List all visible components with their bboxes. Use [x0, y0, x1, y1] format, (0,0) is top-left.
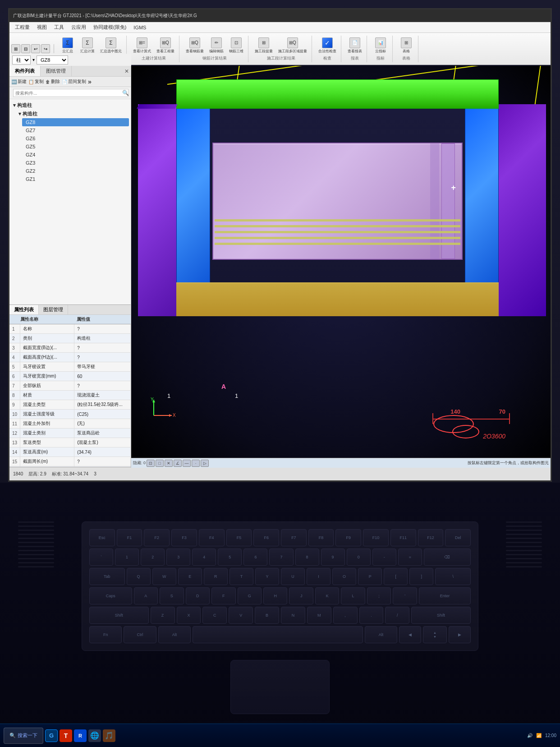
tab-props-list[interactable]: 属性列表 — [9, 305, 39, 314]
key-a[interactable]: A — [134, 587, 158, 604]
key-f4[interactable]: F4 — [199, 529, 225, 546]
key-n[interactable]: N — [281, 607, 305, 624]
btn-shigongduan-duoquyu[interactable]: ⊞Q 施工段多区域提量 — [276, 37, 309, 55]
btn-chakan-jisuanshi[interactable]: ⊞= 查看计算式 — [131, 37, 153, 55]
key-f10[interactable]: F10 — [363, 529, 389, 546]
key-f9[interactable]: F9 — [335, 529, 361, 546]
key-s[interactable]: S — [160, 587, 184, 604]
key-lbracket[interactable]: [ — [384, 568, 408, 585]
key-alt-l[interactable]: Alt — [158, 626, 191, 643]
key-0[interactable]: 0 — [347, 549, 371, 566]
key-p[interactable]: P — [358, 568, 382, 585]
key-w[interactable]: W — [152, 568, 176, 585]
quickaccess-icon3[interactable]: ↩ — [31, 44, 40, 53]
viewport-3d[interactable]: 140 70 2O3600 A + — [131, 66, 551, 458]
key-y[interactable]: Y — [255, 568, 279, 585]
key-period[interactable]: . — [359, 607, 384, 624]
tree-item-gz8[interactable]: GZ8 — [22, 118, 129, 126]
menu-gongchengliang[interactable]: 工程量 — [11, 24, 33, 31]
btn-yunhuizong[interactable]: Σ 云汇总 — [59, 37, 77, 55]
key-backtick[interactable]: ` — [89, 549, 113, 566]
key-fn[interactable]: Fn — [89, 626, 122, 643]
key-f11[interactable]: F11 — [390, 529, 416, 546]
key-b[interactable]: B — [255, 607, 279, 624]
key-l[interactable]: L — [341, 587, 365, 604]
btn-huizong-jisuan[interactable]: Σ 汇总计算 — [78, 37, 96, 55]
trackpad[interactable] — [230, 660, 330, 714]
taskbar-app-gtj[interactable]: G — [45, 729, 58, 742]
key-f[interactable]: F — [211, 587, 235, 604]
btn-biaoge[interactable]: ⊞ 表格 — [397, 37, 415, 55]
key-o[interactable]: O — [332, 568, 356, 585]
key-f3[interactable]: F3 — [171, 529, 197, 546]
key-comma[interactable]: , — [333, 607, 358, 624]
tab-component-list[interactable]: 构件列表 — [9, 66, 41, 76]
ctrl-btn-4[interactable]: ∠ — [174, 460, 182, 467]
panel-close-btn[interactable]: ✕ — [124, 68, 129, 74]
key-t[interactable]: T — [230, 568, 253, 585]
key-backslash[interactable]: \ — [435, 568, 471, 585]
key-k[interactable]: K — [315, 587, 339, 604]
taskbar-app-media[interactable]: 🎵 — [103, 729, 115, 742]
key-e[interactable]: E — [178, 568, 202, 585]
ctrl-btn-7[interactable]: ▷ — [201, 460, 209, 467]
key-g[interactable]: G — [238, 587, 262, 604]
key-x[interactable]: X — [177, 607, 201, 624]
key-d[interactable]: D — [186, 587, 210, 604]
more-btn[interactable]: » — [88, 78, 92, 85]
key-7[interactable]: 7 — [269, 549, 293, 566]
tree-item-gz3[interactable]: GZ3 — [22, 159, 129, 167]
ctrl-btn-5[interactable]: — — [183, 460, 191, 467]
ctrl-btn-3[interactable]: ✕ — [165, 460, 173, 467]
key-2[interactable]: 2 — [141, 549, 165, 566]
key-space[interactable] — [193, 626, 363, 643]
btn-yunzhibiao[interactable]: 📊 云指标 — [372, 37, 390, 55]
key-equals[interactable]: = — [398, 549, 422, 566]
key-ctrl[interactable]: Ctrl — [124, 626, 156, 643]
ctrl-btn-2[interactable]: □ — [156, 460, 164, 467]
tree-item-gz2[interactable]: GZ2 — [22, 167, 129, 175]
key-r[interactable]: R — [204, 568, 228, 585]
key-capslock[interactable]: Caps — [89, 587, 132, 604]
taskbar-app-browser[interactable]: 🌐 — [88, 729, 101, 742]
btn-hefaxing[interactable]: ✓ 合法性检查 — [317, 37, 338, 55]
key-f6[interactable]: F6 — [253, 529, 279, 546]
key-8[interactable]: 8 — [295, 549, 319, 566]
menu-shitu[interactable]: 视图 — [33, 24, 50, 31]
selector-name[interactable]: GZ8 — [37, 55, 68, 65]
btn-huizong-xuanzhong[interactable]: Σ 汇总选中图元 — [98, 37, 124, 55]
menu-yunyingyong[interactable]: 云应用 — [68, 24, 90, 31]
key-9[interactable]: 9 — [321, 549, 345, 566]
key-6[interactable]: 6 — [243, 549, 267, 566]
key-quote[interactable]: ' — [393, 587, 417, 604]
key-rbracket[interactable]: ] — [409, 568, 433, 585]
tree-item-gz5[interactable]: GZ5 — [22, 143, 129, 151]
key-1[interactable]: 1 — [115, 549, 139, 566]
key-z[interactable]: Z — [151, 607, 175, 624]
quickaccess-icon2[interactable]: ⊟ — [21, 44, 30, 53]
search-icon[interactable]: 🔍 — [122, 90, 129, 96]
menu-xietong[interactable]: 协同建模(限免) — [90, 24, 130, 31]
key-semicolon[interactable]: ; — [367, 587, 391, 604]
key-u[interactable]: U — [281, 568, 305, 585]
btn-delete[interactable]: 🗑 删除 — [46, 78, 60, 85]
ctrl-btn-6[interactable]: · — [192, 460, 200, 467]
btn-gangjinliang[interactable]: ⊞Q 查看钢筋量 — [184, 37, 206, 55]
taskbar-app-t[interactable]: T — [60, 729, 72, 742]
key-m[interactable]: M — [307, 607, 331, 624]
btn-shigongduan-tiliang[interactable]: ⊞ 施工段提量 — [253, 37, 275, 55]
taskbar-app-re[interactable]: R — [74, 729, 87, 742]
quickaccess-icon4[interactable]: ↪ — [41, 44, 50, 53]
key-del[interactable]: Del — [445, 529, 471, 546]
key-5[interactable]: 5 — [218, 549, 242, 566]
key-f8[interactable]: F8 — [308, 529, 334, 546]
key-left[interactable]: ◀ — [399, 626, 421, 643]
key-rshift[interactable]: Shift — [411, 607, 471, 624]
key-right[interactable]: ▶ — [449, 626, 471, 643]
btn-new[interactable]: 🆕 新建 — [11, 78, 27, 85]
taskbar-search[interactable]: 🔍 搜索一下 — [4, 728, 43, 744]
btn-gangjin-sanwei[interactable]: ⊡ 钢筋三维 — [227, 37, 245, 55]
key-enter[interactable]: Enter — [419, 587, 471, 604]
key-c[interactable]: C — [202, 607, 227, 624]
btn-chakan-gongchengliang[interactable]: ⊞Q 查看工程量 — [155, 37, 176, 55]
